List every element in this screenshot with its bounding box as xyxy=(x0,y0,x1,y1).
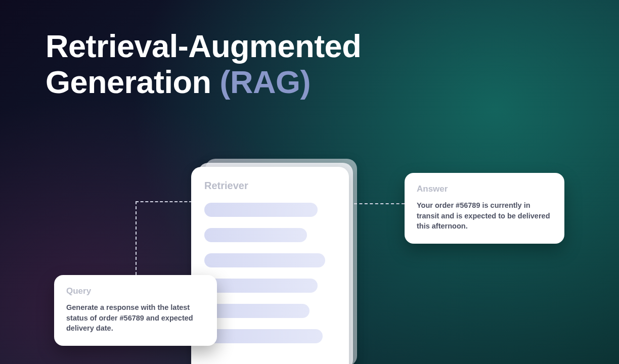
connector-query-horizontal xyxy=(136,201,192,202)
retriever-line-placeholder xyxy=(204,279,318,293)
title-line2-accent: (RAG) xyxy=(220,64,311,100)
retriever-line-placeholder xyxy=(204,329,323,343)
connector-query-vertical xyxy=(136,201,137,275)
retriever-line-placeholder xyxy=(204,228,307,242)
retriever-line-placeholder xyxy=(204,203,318,217)
connector-answer-horizontal xyxy=(354,203,405,204)
title-line2-plain: Generation xyxy=(46,64,220,100)
title-line1: Retrieval-Augmented xyxy=(46,28,361,64)
retriever-line-placeholder xyxy=(204,304,310,318)
query-text: Generate a response with the latest stat… xyxy=(66,302,205,334)
retriever-label: Retriever xyxy=(204,180,336,192)
page-title: Retrieval-Augmented Generation (RAG) xyxy=(46,28,361,100)
query-label: Query xyxy=(66,286,205,296)
answer-label: Answer xyxy=(417,184,552,194)
query-card: Query Generate a response with the lates… xyxy=(54,275,217,346)
answer-card: Answer Your order #56789 is currently in… xyxy=(405,173,564,244)
answer-text: Your order #56789 is currently in transi… xyxy=(417,200,552,232)
retriever-line-placeholder xyxy=(204,253,325,267)
